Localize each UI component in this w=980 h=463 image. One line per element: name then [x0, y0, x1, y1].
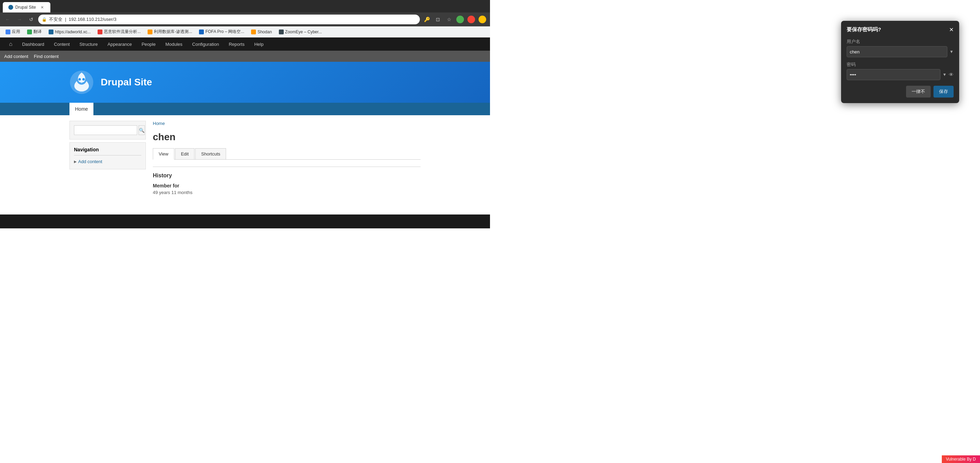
site-nav: Home: [0, 103, 490, 115]
home-icon: ⌂: [9, 41, 13, 47]
profile-green[interactable]: [455, 14, 465, 24]
bookmark-shodan[interactable]: Shodan: [248, 28, 274, 36]
site-header: Drupal Site: [0, 62, 490, 103]
bookmark-translate-label: 翻译: [33, 29, 42, 35]
tab-favicon: [8, 5, 13, 10]
admin-bar-dashboard[interactable]: Dashboard: [18, 38, 49, 51]
address-bar[interactable]: 🔒 不安全 | 192.168.110.212/user/3: [38, 14, 420, 24]
search-button[interactable]: 🔍: [138, 125, 145, 135]
history-section-title: History: [153, 173, 420, 179]
breadcrumb[interactable]: Home: [153, 121, 420, 126]
bookmark-translate-favicon: [27, 30, 32, 34]
content-divider: [153, 166, 420, 167]
star-icon-btn[interactable]: ☆: [444, 14, 454, 24]
back-button[interactable]: ←: [3, 14, 13, 24]
navigation-block-title: Navigation: [74, 147, 142, 155]
protocol-label: 不安全: [49, 17, 62, 22]
path-label: /user/3: [102, 17, 116, 22]
profile-red[interactable]: [466, 14, 476, 24]
main-content: 🔍 Navigation ▶ Add content Home chen Vie…: [0, 121, 490, 201]
forward-button[interactable]: →: [14, 14, 24, 24]
browser-chrome: Drupal Site ✕ ← → ↺ 🔒 不安全 | 192.168.110.…: [0, 0, 490, 38]
svg-point-1: [78, 78, 81, 81]
bookmark-apps-favicon: [6, 30, 10, 34]
address-text: 不安全 | 192.168.110.212/user/3: [49, 16, 416, 22]
admin-bar-people[interactable]: People: [137, 38, 161, 51]
content-area: Home chen View Edit Shortcuts History Me…: [153, 121, 420, 201]
find-content-link[interactable]: Find content: [34, 54, 59, 59]
bookmark-adworld-label: https://adworld.xc...: [55, 30, 91, 34]
admin-bar-modules[interactable]: Modules: [161, 38, 187, 51]
nav-add-content[interactable]: ▶ Add content: [74, 158, 142, 165]
content-toolbar: Add content Find content: [0, 51, 490, 62]
admin-bar-configuration[interactable]: Configuration: [187, 38, 224, 51]
bookmark-fofa-favicon: [199, 30, 204, 34]
key-icon-btn[interactable]: 🔑: [422, 14, 432, 24]
tab-edit[interactable]: Edit: [175, 148, 194, 159]
navigation-block: Navigation ▶ Add content: [70, 142, 146, 170]
admin-bar-appearance[interactable]: Appearance: [103, 38, 137, 51]
bookmark-adworld-favicon: [49, 30, 54, 34]
nav-arrow-icon: ▶: [74, 160, 77, 163]
bookmark-malware-label: 恶意软件流量分析...: [104, 29, 141, 35]
bookmark-shodan-favicon: [251, 30, 256, 34]
bookmark-adworld[interactable]: https://adworld.xc...: [46, 28, 94, 36]
admin-bar-help[interactable]: Help: [249, 38, 269, 51]
tab-close-btn[interactable]: ✕: [39, 5, 45, 10]
member-for-value: 49 years 11 months: [153, 190, 420, 195]
bookmark-shodan-label: Shodan: [257, 30, 272, 34]
sidebar: 🔍 Navigation ▶ Add content: [70, 121, 146, 201]
site-nav-home[interactable]: Home: [70, 103, 94, 115]
admin-bar-reports[interactable]: Reports: [224, 38, 250, 51]
user-name-heading: chen: [153, 132, 420, 143]
svg-point-2: [82, 78, 85, 81]
bookmark-malware-favicon: [98, 30, 102, 34]
active-tab[interactable]: Drupal Site ✕: [3, 2, 50, 13]
bookmark-db[interactable]: 利用数据库-渗透测...: [145, 27, 195, 36]
bookmark-malware[interactable]: 恶意软件流量分析...: [95, 27, 143, 36]
cast-icon-btn[interactable]: ⊡: [433, 14, 443, 24]
bookmark-fofa[interactable]: FOFA Pro – 网络空...: [196, 27, 247, 36]
bookmark-zoomeye[interactable]: ZoomEye – Cyber...: [276, 28, 325, 36]
member-for-label: Member for: [153, 183, 420, 189]
content-tabs: View Edit Shortcuts: [153, 148, 420, 160]
tab-bar: Drupal Site ✕: [0, 0, 490, 13]
page-footer: [0, 214, 490, 228]
bookmark-zoomeye-favicon: [279, 30, 284, 34]
drupal-logo: [70, 70, 94, 94]
site-name: Drupal Site: [101, 77, 152, 88]
tab-view[interactable]: View: [153, 148, 174, 160]
bookmark-db-label: 利用数据库-渗透测...: [154, 29, 192, 35]
bookmarks-bar: 应用 翻译 https://adworld.xc... 恶意软件流量分析... …: [0, 26, 490, 38]
browser-toolbar: ← → ↺ 🔒 不安全 | 192.168.110.212/user/3 🔑 ⊡…: [0, 13, 490, 26]
drupal-admin-bar: ⌂ Dashboard Content Structure Appearance…: [0, 38, 490, 51]
profile-yellow[interactable]: [477, 14, 487, 24]
toolbar-right: 🔑 ⊡ ☆: [422, 14, 487, 24]
admin-bar-structure[interactable]: Structure: [75, 38, 103, 51]
host-label: 192.168.110.212: [69, 17, 103, 22]
bookmark-translate[interactable]: 翻译: [24, 27, 45, 36]
bookmark-fofa-label: FOFA Pro – 网络空...: [205, 29, 244, 35]
search-block: 🔍: [70, 121, 146, 140]
bookmark-zoomeye-label: ZoomEye – Cyber...: [285, 30, 322, 34]
admin-bar-home[interactable]: ⌂: [4, 38, 18, 51]
bookmark-db-favicon: [148, 30, 153, 34]
tab-label: Drupal Site: [15, 5, 36, 10]
tab-shortcuts[interactable]: Shortcuts: [195, 148, 226, 159]
add-content-link[interactable]: Add content: [4, 54, 28, 59]
bookmark-apps-label: 应用: [12, 29, 20, 35]
refresh-button[interactable]: ↺: [26, 14, 36, 24]
lock-icon: 🔒: [42, 17, 47, 22]
admin-bar-content[interactable]: Content: [49, 38, 75, 51]
search-input[interactable]: [74, 125, 137, 135]
bookmark-apps[interactable]: 应用: [3, 27, 23, 36]
